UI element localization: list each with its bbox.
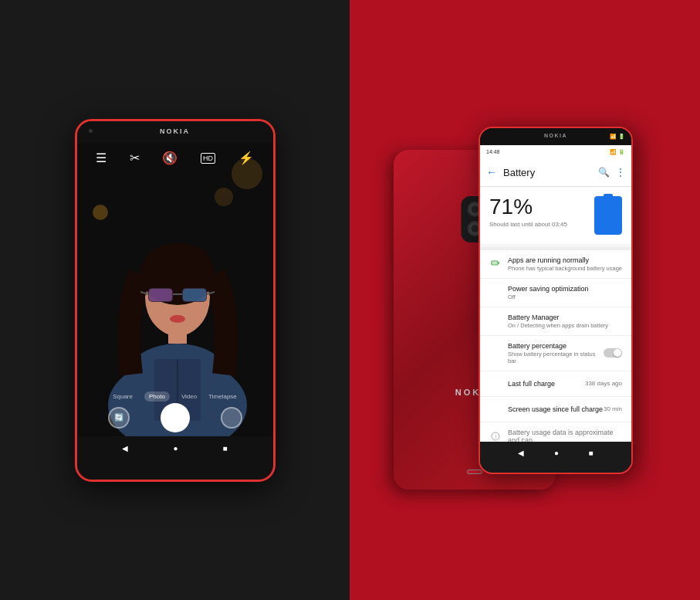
last-charge-text: Last full charge	[508, 380, 585, 388]
power-saving-spacer	[489, 286, 502, 299]
recent-nav-left[interactable]: ■	[222, 444, 227, 453]
right-phone-top-bezel: NOKIA 📶 🔋	[480, 128, 631, 145]
flip-camera-button[interactable]: 🔄	[108, 407, 130, 429]
battery-settings-screen: 14:48 📶 🔋 ← Battery 🔍 ⋮	[480, 145, 631, 442]
svg-point-2	[215, 188, 233, 206]
screen-usage-value: 30 min	[604, 405, 622, 412]
last-charge-value: 338 days ago	[585, 380, 622, 387]
battery-manager-content: Battery Manager On / Detecting when apps…	[489, 314, 622, 329]
settings-item-apps-normal[interactable]: Apps are running normally Phone has typi…	[480, 250, 631, 279]
settings-item-apps-normal-content: Apps are running normally Phone has typi…	[489, 256, 622, 272]
status-icons: 📶 🔋	[610, 149, 625, 155]
battery-status-icon: 🔋	[618, 149, 625, 155]
svg-rect-18	[183, 289, 206, 301]
front-camera-dot	[89, 129, 93, 133]
screen-usage-spacer	[489, 403, 502, 415]
search-header-icon[interactable]: 🔍	[598, 167, 610, 178]
left-phone-bottom-nav: ◀ ● ■	[77, 436, 273, 461]
menu-icon[interactable]: ☰	[96, 151, 107, 165]
home-nav-right[interactable]: ●	[554, 449, 559, 457]
camera-mode-bar: Square Photo Video Timelapse	[77, 392, 273, 402]
battery-info-content: i Battery usage data is approximate and …	[489, 429, 622, 442]
mode-timelapse[interactable]: Timelapse	[208, 393, 237, 400]
settings-item-battery-percentage[interactable]: Battery percentage Show battery percenta…	[480, 336, 631, 371]
settings-item-battery-manager[interactable]: Battery Manager On / Detecting when apps…	[480, 307, 631, 336]
right-phone-bottom-nav: ◀ ● ■	[480, 442, 631, 465]
battery-last-time: Should last until about 03:45	[489, 221, 567, 228]
battery-pct-content: Battery percentage Show battery percenta…	[489, 342, 604, 364]
header-action-icons: 🔍 ⋮	[598, 167, 625, 178]
battery-percentage: 71%	[489, 196, 567, 218]
left-panel: NOKIA	[0, 0, 350, 600]
recent-nav-right[interactable]: ■	[589, 449, 593, 457]
camera-screen: ☰ ✂ 🔇 HD ⚡ Square Photo Video Timelapse …	[77, 143, 273, 436]
mode-square[interactable]: Square	[113, 393, 133, 400]
battery-info-text: Battery usage data is approximate and ca…	[508, 429, 622, 442]
settings-item-last-charge[interactable]: Last full charge 338 days ago	[480, 371, 631, 397]
last-charge-spacer	[489, 378, 502, 390]
battery-screen-title: Battery	[503, 167, 592, 178]
last-charge-content: Last full charge	[489, 378, 585, 390]
gallery-button[interactable]	[221, 407, 242, 429]
right-phone-wrapper: NOKIA NOKIA 📶 🔋 14:48 📶	[417, 127, 633, 474]
mode-video[interactable]: Video	[181, 393, 197, 400]
nokia-brand-right: NOKIA	[544, 133, 567, 138]
battery-pct-text: Battery percentage Show battery percenta…	[508, 342, 604, 364]
settings-item-power-saving[interactable]: Power saving optimization Off	[480, 279, 631, 307]
back-nav-right[interactable]: ◀	[518, 449, 524, 457]
status-time: 14:48	[486, 149, 500, 154]
battery-manager-text: Battery Manager On / Detecting when apps…	[508, 314, 622, 329]
nokia-brand-left: NOKIA	[160, 127, 190, 135]
home-nav-left[interactable]: ●	[173, 444, 178, 453]
battery-pct-spacer	[489, 347, 502, 359]
battery-stats: 71% Should last until about 03:45	[489, 196, 567, 228]
status-bar: 14:48 📶 🔋	[480, 145, 631, 159]
apps-normal-text: Apps are running normally Phone has typi…	[508, 256, 622, 272]
more-header-icon[interactable]: ⋮	[616, 167, 625, 178]
scissors-icon[interactable]: ✂	[130, 151, 140, 165]
shutter-button[interactable]	[161, 403, 190, 432]
power-saving-text: Power saving optimization Off	[508, 285, 622, 300]
right-panel: NOKIA NOKIA 📶 🔋 14:48 📶	[350, 0, 700, 600]
svg-point-11	[143, 243, 212, 290]
left-phone: NOKIA	[75, 119, 276, 482]
battery-header: ← Battery 🔍 ⋮	[480, 159, 631, 187]
svg-rect-22	[492, 261, 498, 264]
settings-item-battery-info: i Battery usage data is approximate and …	[480, 422, 631, 442]
power-saving-content: Power saving optimization Off	[489, 285, 622, 300]
battery-check-icon	[489, 258, 502, 270]
camera-top-bar: ☰ ✂ 🔇 HD ⚡	[77, 143, 273, 174]
settings-item-screen-usage[interactable]: Screen usage since full charge 30 min	[480, 397, 631, 422]
camera-controls: 🔄	[77, 403, 273, 432]
svg-rect-21	[498, 262, 499, 263]
svg-point-19	[170, 315, 185, 323]
back-button[interactable]: ←	[486, 166, 497, 178]
svg-point-3	[93, 205, 108, 220]
mode-photo[interactable]: Photo	[144, 392, 170, 402]
battery-info-section: 71% Should last until about 03:45	[480, 187, 631, 244]
flash-icon[interactable]: ⚡	[238, 151, 254, 165]
svg-text:i: i	[495, 433, 497, 439]
left-phone-top-bar: NOKIA	[77, 121, 273, 143]
svg-rect-17	[149, 289, 172, 301]
fingerprint-sensor	[467, 469, 482, 474]
battery-percentage-toggle[interactable]	[604, 348, 622, 358]
screen-usage-text: Screen usage since full charge	[508, 405, 604, 413]
hd-off-icon[interactable]: HD	[201, 153, 215, 164]
info-icon: i	[489, 430, 502, 442]
battery-icon-display	[594, 196, 622, 235]
right-phone-front: NOKIA 📶 🔋 14:48 📶 🔋	[479, 127, 633, 474]
wifi-status-icon: 📶	[610, 149, 617, 155]
back-nav-left[interactable]: ◀	[122, 444, 128, 453]
screen-usage-content: Screen usage since full charge	[489, 403, 604, 415]
battery-manager-spacer	[489, 315, 502, 327]
mute-icon[interactable]: 🔇	[162, 151, 178, 165]
